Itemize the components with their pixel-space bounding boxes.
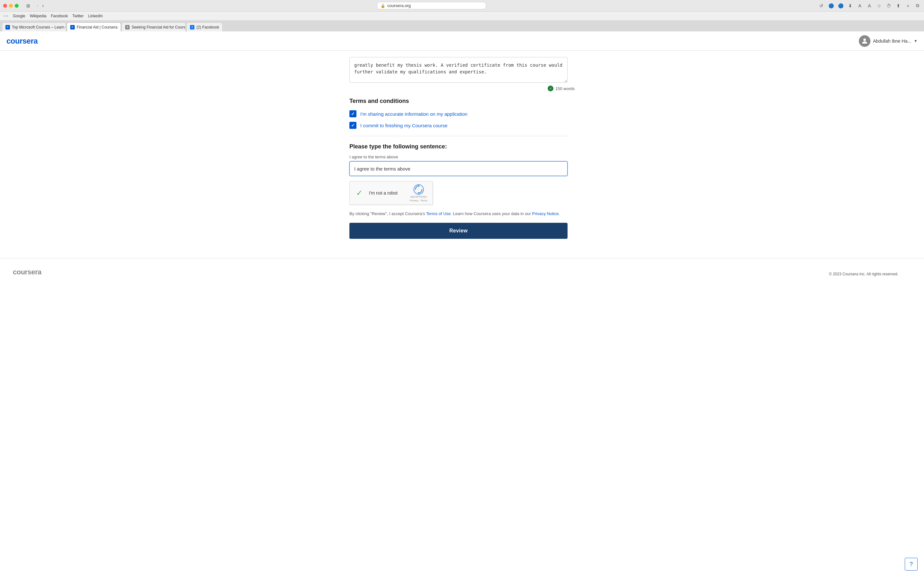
bookmark-facebook[interactable]: Facebook: [51, 14, 68, 18]
checkbox-row-1: ✓ I'm sharing accurate information on my…: [349, 110, 575, 117]
checkbox-label-2[interactable]: I commit to finishing my Coursera course: [360, 123, 447, 128]
traffic-lights: [3, 4, 19, 8]
tab-microsoft[interactable]: C Top Microsoft Courses – Learn Microsof…: [2, 23, 66, 31]
disclaimer-text-after: .: [559, 211, 560, 216]
word-count-row: ✓ 150 words: [349, 85, 575, 91]
user-menu[interactable]: Abdullah Ibne Ha... ▼: [859, 35, 918, 47]
extension-icon-2[interactable]: 🔵: [837, 3, 844, 9]
tabs-bar: C Top Microsoft Courses – Learn Microsof…: [0, 21, 924, 31]
main-content: greatly benefit my thesis work. A verifi…: [342, 51, 582, 251]
address-bar[interactable]: 🔒 coursera.org: [377, 2, 486, 9]
titlebar: ⊞ ‹ › 🔒 coursera.org ↺ 🔵 🔵 ⬇ A A ☆ ⏱ ⬆ +…: [0, 0, 924, 11]
word-count-check-icon: ✓: [548, 85, 553, 91]
recaptcha-logo-area: reCAPTCHA Privacy - Terms: [410, 184, 427, 202]
address-text: coursera.org: [387, 3, 411, 8]
tab-label-2: Financial Aid | Coursera: [77, 25, 118, 29]
tab-financial-aid[interactable]: C Financial Aid | Coursera: [67, 23, 121, 31]
nav-buttons: ‹ ›: [35, 3, 45, 9]
disclaimer-text-middle: . Learn how Coursera uses your data in o…: [451, 211, 532, 216]
apps-icon[interactable]: ⋯: [3, 13, 8, 19]
terms-agreement-input[interactable]: [349, 161, 567, 176]
titlebar-right: ↺ 🔵 🔵 ⬇ A A ☆ ⏱ ⬆ + ⧉: [818, 3, 921, 9]
word-count-text: 150 words: [556, 86, 575, 91]
sidebar-toggle-button[interactable]: ⊞: [24, 3, 33, 9]
tab-favicon-3: S: [125, 25, 129, 29]
user-name: Abdullah Ibne Ha...: [873, 39, 911, 44]
minimize-traffic-light[interactable]: [9, 4, 13, 8]
recaptcha-brand-text: reCAPTCHA: [410, 195, 427, 198]
please-type-title: Please type the following sentence:: [349, 143, 575, 150]
avatar: [859, 35, 871, 47]
download-icon[interactable]: ⬇: [847, 3, 853, 9]
checkmark-1: ✓: [351, 111, 355, 116]
history-icon[interactable]: ⏱: [885, 3, 892, 9]
divider: [349, 136, 567, 136]
essay-textarea[interactable]: greatly benefit my thesis work. A verifi…: [349, 57, 567, 83]
tab-facebook[interactable]: f (2) Facebook: [186, 23, 223, 31]
recaptcha-links-text: Privacy - Terms: [410, 199, 427, 202]
recaptcha-check-icon: ✓: [355, 189, 364, 197]
tab-label-3: Seeking Financial Aid for Course: [132, 25, 186, 29]
font-size-icon-2[interactable]: A: [866, 3, 873, 9]
checkbox-commit-finishing[interactable]: ✓: [349, 122, 357, 129]
footer-copyright: © 2023 Coursera Inc. All rights reserved…: [829, 272, 911, 276]
bookmark-twitter[interactable]: Twitter: [72, 14, 83, 18]
bookmarks-bar: ⋯ Google Wikipedia Facebook Twitter Link…: [0, 11, 924, 21]
font-size-icon[interactable]: A: [857, 3, 863, 9]
coursera-logo[interactable]: coursera: [6, 37, 37, 45]
terms-of-use-link[interactable]: Terms of Use: [426, 211, 451, 216]
terms-section-title: Terms and conditions: [349, 98, 575, 105]
forward-button[interactable]: ›: [41, 3, 45, 9]
titlebar-controls: ⊞: [24, 3, 33, 9]
site-footer: coursera © 2023 Coursera Inc. All rights…: [0, 258, 924, 287]
recaptcha-widget[interactable]: ✓ I'm not a robot reCAPTCHA Privacy - Te…: [349, 181, 433, 205]
add-tab-icon[interactable]: +: [905, 3, 911, 9]
site-header: coursera Abdullah Ibne Ha... ▼: [0, 31, 924, 51]
close-traffic-light[interactable]: [3, 4, 7, 8]
input-label: I agree to the terms above: [349, 155, 575, 159]
chevron-down-icon: ▼: [914, 39, 918, 43]
windows-icon[interactable]: ⧉: [914, 3, 921, 9]
tab-favicon-4: f: [190, 25, 194, 29]
bookmark-icon[interactable]: ☆: [876, 3, 882, 9]
tab-seeking-aid[interactable]: S Seeking Financial Aid for Course: [121, 23, 186, 31]
disclaimer: By clicking "Review", I accept Coursera'…: [349, 211, 567, 217]
bookmark-linkedin[interactable]: LinkedIn: [88, 14, 103, 18]
review-button[interactable]: Review: [349, 223, 567, 239]
extension-icon[interactable]: 🔵: [828, 3, 834, 9]
tab-favicon-2: C: [70, 25, 75, 29]
footer-logo-text: coursera: [13, 268, 41, 276]
footer-logo: coursera: [13, 268, 41, 276]
checkbox-label-1[interactable]: I'm sharing accurate information on my a…: [360, 111, 467, 117]
disclaimer-text-before: By clicking "Review", I accept Coursera'…: [349, 211, 426, 216]
recaptcha-label: I'm not a robot: [369, 190, 405, 195]
address-bar-area: 🔒 coursera.org: [48, 2, 816, 9]
reload-icon[interactable]: ↺: [818, 3, 825, 9]
privacy-notice-link[interactable]: Privacy Notice: [532, 211, 559, 216]
footer-inner: coursera © 2023 Coursera Inc. All rights…: [0, 268, 924, 280]
back-button[interactable]: ‹: [35, 3, 39, 9]
tab-favicon-1: C: [5, 25, 10, 29]
tab-label-4: (2) Facebook: [196, 25, 219, 29]
recaptcha-logo-svg: [414, 184, 424, 195]
lock-icon: 🔒: [381, 3, 385, 8]
checkbox-accurate-info[interactable]: ✓: [349, 110, 357, 117]
bookmark-google[interactable]: Google: [13, 14, 25, 18]
share-icon[interactable]: ⬆: [895, 3, 901, 9]
checkmark-2: ✓: [351, 123, 355, 128]
bookmark-wikipedia[interactable]: Wikipedia: [30, 14, 47, 18]
tab-label-1: Top Microsoft Courses – Learn Microsoft …: [12, 25, 66, 29]
checkbox-row-2: ✓ I commit to finishing my Coursera cour…: [349, 122, 575, 129]
fullscreen-traffic-light[interactable]: [15, 4, 19, 8]
svg-point-0: [863, 39, 866, 41]
